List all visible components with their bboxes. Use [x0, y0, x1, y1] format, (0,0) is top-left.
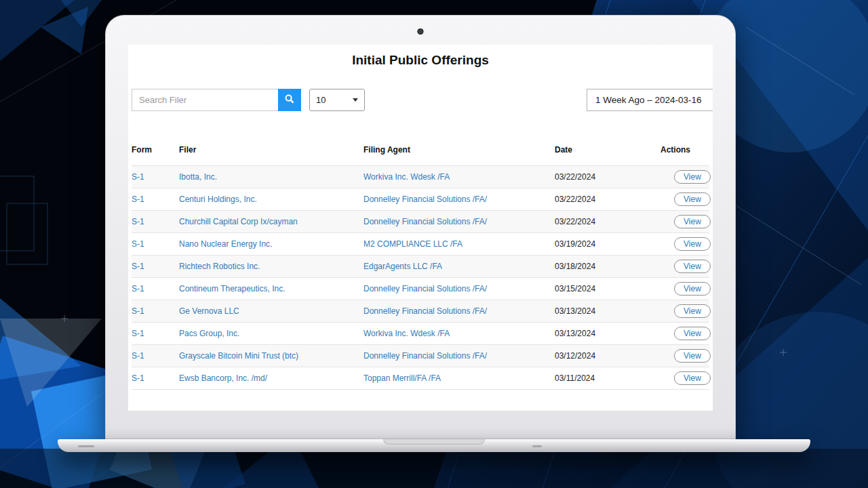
form-link[interactable]: S-1 — [132, 284, 144, 293]
filing-agent-link[interactable]: Donnelley Financial Solutions /FA/ — [363, 351, 487, 361]
filer-link[interactable]: Contineum Therapeutics, Inc. — [179, 284, 285, 293]
form-link[interactable]: S-1 — [132, 351, 144, 361]
actions-cell: View — [660, 260, 709, 273]
table-row: S-1 Grayscale Bitcoin Mini Trust (btc) D… — [132, 345, 709, 367]
date-value: 03/22/2024 — [555, 172, 595, 182]
filer-link[interactable]: Richtech Robotics Inc. — [179, 262, 260, 271]
date-value: 03/13/2024 — [555, 329, 595, 338]
form-link[interactable]: S-1 — [132, 195, 144, 204]
laptop-base-notch — [383, 439, 485, 445]
search-button[interactable] — [278, 89, 301, 111]
magnifier-icon — [284, 94, 295, 106]
column-header-filing-agent: Filing Agent — [363, 141, 555, 166]
table-row: S-1 Contineum Therapeutics, Inc. Donnell… — [132, 278, 709, 300]
date-value: 03/13/2024 — [555, 306, 595, 316]
date-value: 03/15/2024 — [555, 284, 595, 293]
form-link[interactable]: S-1 — [132, 217, 144, 226]
table-row: S-1 Centuri Holdings, Inc. Donnelley Fin… — [132, 188, 709, 211]
actions-cell: View — [660, 304, 709, 318]
actions-cell: View — [660, 371, 709, 385]
page-size-select[interactable]: 10 — [309, 89, 365, 111]
view-button[interactable]: View — [674, 304, 711, 318]
column-header-actions: Actions — [660, 141, 709, 166]
table-row: S-1 Ge Vernova LLC Donnelley Financial S… — [132, 300, 709, 323]
filer-link[interactable]: Grayscale Bitcoin Mini Trust (btc) — [179, 351, 298, 361]
view-button[interactable]: View — [674, 192, 711, 206]
date-value: 03/19/2024 — [555, 239, 595, 249]
search-input[interactable] — [132, 89, 278, 111]
filing-agent-link[interactable]: Workiva Inc. Wdesk /FA — [363, 329, 450, 338]
laptop-base — [58, 439, 810, 452]
view-button[interactable]: View — [674, 170, 711, 184]
filer-link[interactable]: Centuri Holdings, Inc. — [179, 195, 257, 204]
view-button[interactable]: View — [674, 327, 711, 340]
filing-agent-link[interactable]: Donnelley Financial Solutions /FA/ — [363, 284, 487, 293]
actions-cell: View — [660, 349, 709, 363]
page-title: Initial Public Offerings — [128, 53, 713, 68]
filing-agent-link[interactable]: Donnelley Financial Solutions /FA/ — [363, 195, 487, 204]
view-button[interactable]: View — [674, 282, 711, 296]
table-row: S-1 Pacs Group, Inc. Workiva Inc. Wdesk … — [132, 323, 709, 345]
webcam-icon — [418, 28, 424, 35]
date-value: 03/18/2024 — [555, 262, 595, 271]
date-value: 03/22/2024 — [555, 195, 595, 204]
view-button[interactable]: View — [674, 260, 711, 273]
filer-link[interactable]: Pacs Group, Inc. — [179, 329, 239, 338]
form-link[interactable]: S-1 — [132, 373, 144, 383]
filing-agent-link[interactable]: Workiva Inc. Wdesk /FA — [363, 172, 450, 182]
chevron-down-icon — [353, 98, 358, 102]
form-link[interactable]: S-1 — [132, 239, 144, 249]
form-link[interactable]: S-1 — [132, 329, 144, 338]
browser-page: Initial Public Offerings 10 1 Week Ago – — [128, 45, 713, 411]
table-row: S-1 Richtech Robotics Inc. EdgarAgents L… — [132, 256, 709, 278]
scene: Initial Public Offerings 10 1 Week Ago – — [0, 0, 868, 488]
table-header-row: Form Filer Filing Agent Date Actions — [132, 141, 709, 166]
filing-agent-link[interactable]: Toppan Merrill/FA /FA — [363, 373, 441, 383]
form-link[interactable]: S-1 — [132, 172, 144, 182]
filer-link[interactable]: Nano Nuclear Energy Inc. — [179, 239, 272, 249]
ipo-table: Form Filer Filing Agent Date Actions S-1… — [132, 141, 709, 390]
filer-link[interactable]: Ibotta, Inc. — [179, 172, 217, 182]
filing-agent-link[interactable]: M2 COMPLIANCE LLC /FA — [363, 239, 462, 249]
view-button[interactable]: View — [674, 237, 711, 251]
filer-link[interactable]: Ge Vernova LLC — [179, 306, 239, 316]
filer-link[interactable]: Ewsb Bancorp, Inc. /md/ — [179, 373, 267, 383]
table-row: S-1 Ewsb Bancorp, Inc. /md/ Toppan Merri… — [132, 367, 709, 390]
actions-cell: View — [660, 282, 709, 296]
page-size-value: 10 — [316, 95, 326, 105]
column-header-filer: Filer — [179, 141, 363, 166]
actions-cell: View — [660, 170, 709, 184]
view-button[interactable]: View — [674, 215, 711, 228]
table-row: S-1 Nano Nuclear Energy Inc. M2 COMPLIAN… — [132, 233, 709, 256]
form-link[interactable]: S-1 — [132, 306, 144, 316]
column-header-date: Date — [555, 141, 660, 166]
column-header-form: Form — [132, 141, 179, 166]
table-row: S-1 Ibotta, Inc. Workiva Inc. Wdesk /FA … — [132, 166, 709, 188]
actions-cell: View — [660, 327, 709, 340]
base-detail — [78, 445, 94, 447]
actions-cell: View — [660, 237, 709, 251]
form-link[interactable]: S-1 — [132, 262, 144, 271]
view-button[interactable]: View — [674, 371, 711, 385]
ipo-table-body: S-1 Ibotta, Inc. Workiva Inc. Wdesk /FA … — [132, 166, 709, 390]
date-value: 03/22/2024 — [555, 217, 595, 226]
filing-agent-link[interactable]: EdgarAgents LLC /FA — [363, 262, 442, 271]
date-value: 03/11/2024 — [555, 373, 595, 383]
filing-agent-link[interactable]: Donnelley Financial Solutions /FA/ — [363, 306, 487, 316]
actions-cell: View — [660, 215, 709, 228]
filing-agent-link[interactable]: Donnelley Financial Solutions /FA/ — [363, 217, 487, 226]
search-group — [132, 89, 301, 111]
view-button[interactable]: View — [674, 349, 711, 363]
base-detail — [532, 445, 542, 447]
filer-link[interactable]: Churchill Capital Corp Ix/cayman — [179, 217, 298, 226]
actions-cell: View — [660, 192, 709, 206]
laptop-screen: Initial Public Offerings 10 1 Week Ago – — [105, 15, 736, 439]
date-range-filter[interactable]: 1 Week Ago – 2024-03-16 — [587, 89, 713, 111]
date-value: 03/12/2024 — [555, 351, 595, 361]
table-row: S-1 Churchill Capital Corp Ix/cayman Don… — [132, 211, 709, 233]
